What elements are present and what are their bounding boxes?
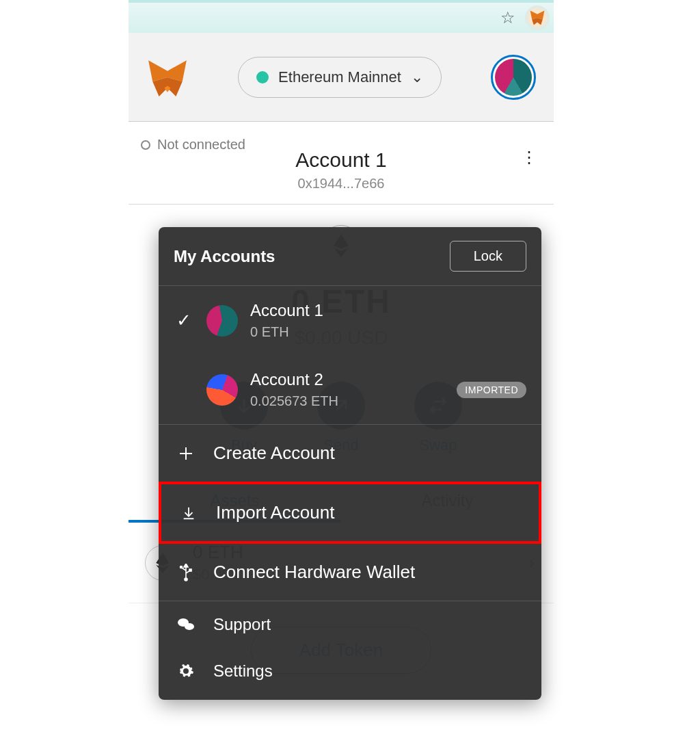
connection-status-icon — [141, 140, 150, 150]
settings-button[interactable]: Settings — [159, 648, 541, 700]
account-item-2[interactable]: Account 2 0.025673 ETH IMPORTED — [159, 355, 541, 424]
check-icon: ✓ — [174, 310, 194, 331]
create-account-button[interactable]: Create Account — [159, 425, 541, 482]
menu-label: Support — [213, 615, 271, 634]
svg-rect-23 — [189, 569, 191, 571]
network-status-dot-icon — [256, 71, 269, 83]
account-avatar-icon — [495, 59, 532, 96]
menu-label: Import Account — [216, 502, 334, 523]
metamask-extension-icon[interactable] — [525, 5, 550, 30]
svg-line-20 — [182, 568, 186, 571]
menu-label: Create Account — [213, 443, 335, 464]
account-item-1[interactable]: ✓ Account 1 0 ETH — [159, 286, 541, 355]
account-address[interactable]: 0x1944...7e66 — [129, 176, 554, 192]
chevron-down-icon: ⌄ — [411, 68, 423, 86]
bookmark-star-icon[interactable]: ☆ — [500, 8, 515, 27]
connect-hardware-button[interactable]: Connect Hardware Wallet — [159, 544, 541, 601]
account-menu-title: My Accounts — [174, 247, 275, 266]
connection-status[interactable]: Not connected — [157, 137, 245, 153]
account-options-icon[interactable]: ⋮ — [521, 148, 536, 167]
network-name: Ethereum Mainnet — [278, 68, 401, 86]
svg-point-25 — [185, 623, 194, 630]
plus-icon — [175, 445, 197, 462]
chat-icon — [175, 617, 197, 632]
account-menu: My Accounts Lock ✓ Account 1 0 ETH Accou… — [159, 227, 541, 700]
wallet-header: Ethereum Mainnet ⌄ — [129, 33, 554, 122]
import-account-button[interactable]: Import Account — [159, 482, 541, 544]
menu-label: Connect Hardware Wallet — [213, 562, 415, 583]
network-selector[interactable]: Ethereum Mainnet ⌄ — [238, 57, 442, 98]
support-button[interactable]: Support — [159, 601, 541, 648]
account-item-name: Account 2 — [250, 370, 338, 389]
account-item-name: Account 1 — [250, 301, 323, 320]
imported-badge: IMPORTED — [457, 382, 526, 398]
gear-icon — [175, 663, 197, 679]
usb-icon — [175, 564, 197, 581]
browser-url-bar: ☆ — [129, 0, 554, 33]
menu-label: Settings — [213, 661, 273, 681]
account-avatar-icon — [206, 305, 238, 337]
download-icon — [178, 506, 200, 521]
divider — [129, 204, 554, 205]
account-avatar-button[interactable] — [491, 55, 536, 100]
account-avatar-icon — [206, 374, 238, 406]
lock-button[interactable]: Lock — [450, 241, 526, 272]
svg-point-21 — [180, 566, 183, 568]
account-item-balance: 0.025673 ETH — [250, 393, 338, 409]
svg-point-18 — [185, 578, 187, 581]
metamask-logo-icon — [146, 56, 189, 99]
svg-marker-19 — [184, 564, 188, 567]
account-item-balance: 0 ETH — [250, 324, 323, 340]
